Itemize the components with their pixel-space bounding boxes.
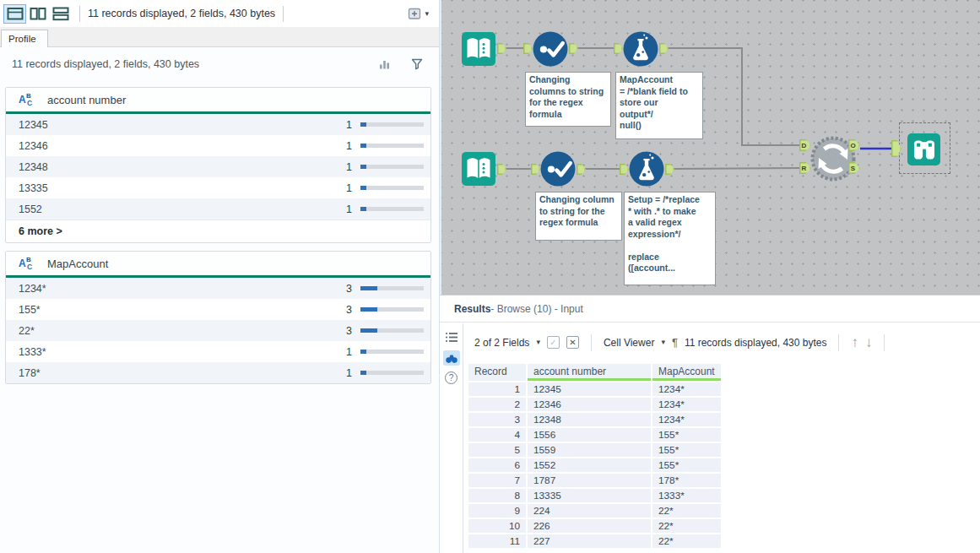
cell-viewer-dropdown[interactable]: Cell Viewer (604, 337, 654, 349)
table-row[interactable]: 41556155* (468, 428, 721, 442)
select-tool-1[interactable] (533, 31, 568, 67)
value-bar (360, 307, 424, 312)
field-card-mapaccount: ABC MapAccount 1234*3 155*3 22*3 1333*1 … (5, 251, 431, 384)
value-bar (360, 371, 424, 375)
tab-profile[interactable]: Profile (1, 30, 48, 47)
workflow-canvas[interactable]: Changing columns to string for the regex… (440, 0, 980, 295)
output-anchor[interactable] (569, 43, 578, 54)
binoculars-icon (908, 134, 940, 165)
annotation-select-1[interactable]: Changing columns to string for the regex… (525, 72, 611, 127)
formula-tool-2[interactable] (629, 151, 664, 187)
data-view-button[interactable] (443, 350, 460, 366)
profile-value-row[interactable]: 1333*1 (6, 341, 430, 362)
results-title: Results - Browse (10) - Input (440, 295, 980, 323)
profile-value-row[interactable]: 1234*3 (6, 278, 430, 299)
input-data-tool-1[interactable] (462, 32, 495, 66)
output-anchor[interactable] (497, 164, 506, 175)
profile-value-row[interactable]: 155*3 (6, 299, 430, 320)
profile-panel: 11 records displayed, 2 fields, 430 byte… (0, 0, 440, 553)
annotation-formula-2[interactable]: Setup = /*replace * with .* to make a va… (624, 192, 716, 285)
input-anchor[interactable] (523, 43, 533, 54)
table-row[interactable]: 1022622* (468, 519, 721, 533)
input-anchor[interactable] (531, 164, 540, 175)
book-icon (462, 32, 495, 66)
toolbar-separator (838, 334, 839, 351)
profile-value-row[interactable]: 133351 (6, 177, 430, 198)
results-panel: Results - Browse (10) - Input ? 2 of 2 F… (440, 295, 980, 553)
input-data-tool-2[interactable] (462, 152, 495, 186)
anchor-o[interactable]: O (848, 139, 860, 151)
scroll-up-icon[interactable]: ↑ (851, 334, 858, 351)
table-row[interactable]: 71787178* (468, 474, 721, 487)
anchor-s[interactable]: S (848, 162, 860, 174)
profile-value-row[interactable]: 123451 (6, 114, 430, 135)
toolbar-separator (283, 6, 284, 22)
formula-tool-1[interactable] (623, 31, 658, 67)
annotation-select-2[interactable]: Changing column to string for the regex … (535, 192, 622, 241)
value-bar (360, 144, 424, 148)
browse-tool[interactable] (907, 133, 940, 165)
chevron-down-icon: ▾ (425, 10, 429, 18)
value-bar (360, 186, 424, 190)
table-row[interactable]: 61552155* (468, 458, 721, 472)
input-anchor[interactable] (620, 164, 629, 175)
layout-horizontal-split-button[interactable] (49, 4, 72, 24)
annotation-formula-1[interactable]: MapAccount = /*blank field to store our … (615, 72, 703, 139)
single-pane-icon (7, 7, 24, 21)
scroll-down-icon[interactable]: ↓ (865, 334, 873, 351)
deselect-all-icon[interactable]: ✕ (566, 336, 579, 349)
profile-value-row[interactable]: 123461 (6, 135, 430, 156)
results-icon-strip: ? (440, 323, 463, 553)
profile-summary: 11 records displayed, 2 fields, 430 byte… (12, 58, 379, 70)
profile-value-row[interactable]: 15521 (6, 198, 430, 220)
help-icon[interactable]: ? (445, 371, 458, 384)
table-row[interactable]: 8133351333* (468, 489, 721, 502)
value-bar (360, 328, 424, 333)
field-name: account number (47, 94, 126, 106)
more-values-link[interactable]: 6 more > (6, 220, 430, 242)
value-bar (360, 122, 424, 127)
toolbar-separator (591, 334, 592, 351)
layout-vertical-split-button[interactable] (26, 4, 49, 24)
plus-box-icon (408, 8, 421, 20)
profile-value-row[interactable]: 178*1 (6, 362, 430, 383)
whitespace-toggle-icon[interactable]: ¶ (672, 336, 678, 349)
profile-value-row[interactable]: 123481 (6, 156, 430, 177)
value-bar (360, 286, 424, 290)
table-row[interactable]: 2123461234* (468, 398, 721, 411)
input-anchor[interactable] (614, 43, 623, 54)
select-tool-2[interactable] (540, 151, 576, 187)
results-label: Results (454, 303, 490, 315)
chevron-down-icon[interactable]: ▾ (661, 339, 665, 346)
layout-single-pane-button[interactable] (3, 4, 26, 24)
table-row[interactable]: 51559155* (468, 443, 721, 457)
string-type-icon: ABC (19, 92, 35, 107)
value-bar (360, 165, 424, 169)
results-table: Record account number MapAccount 1123451… (467, 362, 723, 550)
filter-funnel-icon[interactable] (411, 58, 424, 70)
output-anchor[interactable] (659, 43, 669, 54)
profile-value-row[interactable]: 22*3 (6, 320, 430, 341)
results-record-status: 11 records displayed, 430 bytes (685, 337, 827, 349)
toolbar-separator (884, 334, 885, 351)
metadata-view-button[interactable] (443, 329, 460, 344)
table-row[interactable]: 922422* (468, 504, 721, 518)
chevron-down-icon[interactable]: ▾ (536, 339, 540, 346)
output-anchor[interactable] (665, 164, 674, 175)
fields-dropdown[interactable]: 2 of 2 Fields (474, 337, 529, 349)
table-row[interactable]: 3123481234* (468, 413, 721, 426)
profile-panel-toolbar: 11 records displayed, 2 fields, 430 byte… (0, 0, 439, 27)
table-row[interactable]: 1122722* (468, 534, 721, 548)
table-row[interactable]: 1123451234* (468, 382, 721, 396)
bar-chart-icon[interactable] (379, 59, 391, 70)
output-anchor[interactable] (577, 164, 586, 175)
select-all-checkbox-icon[interactable]: ✓ (547, 336, 560, 349)
column-header-record[interactable]: Record (468, 364, 526, 381)
field-card-account-number: ABC account number 123451 123461 123481 … (5, 87, 431, 243)
column-header-mapaccount[interactable]: MapAccount (652, 364, 721, 381)
vertical-split-icon (30, 7, 46, 21)
add-window-dropdown-button[interactable]: ▾ (408, 8, 429, 20)
output-anchor[interactable] (497, 43, 506, 54)
column-header-account-number[interactable]: account number (528, 364, 651, 381)
profile-tab-strip: Profile (0, 27, 439, 47)
